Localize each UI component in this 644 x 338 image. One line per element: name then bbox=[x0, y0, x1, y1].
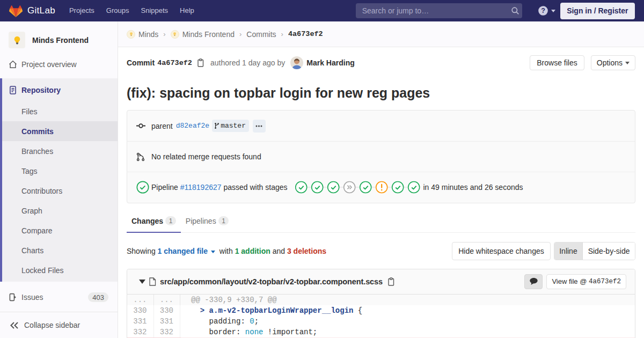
svg-text:?: ? bbox=[541, 7, 545, 14]
